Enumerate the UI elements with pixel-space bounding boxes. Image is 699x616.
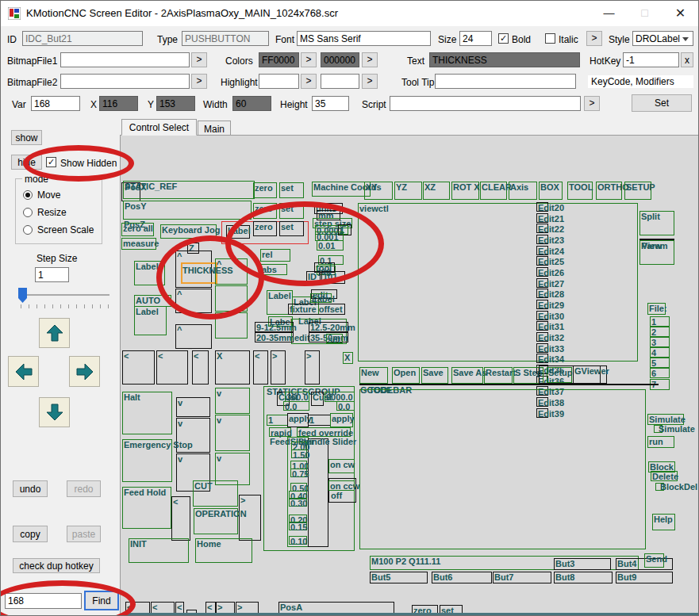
canvas-control-set[interactable]: set: [279, 221, 304, 236]
color2-field[interactable]: [321, 52, 359, 67]
canvas-control-help[interactable]: Help: [652, 514, 675, 530]
canvas-control-split[interactable]: Split: [639, 211, 674, 235]
canvas-control-axis[interactable]: Axis: [509, 182, 537, 200]
canvas-control-label[interactable]: Label: [310, 293, 332, 303]
id-field[interactable]: [22, 31, 143, 46]
canvas-control-1-50[interactable]: 1.50: [291, 450, 307, 458]
canvas-control-on-cw[interactable]: on cw: [328, 459, 355, 473]
step-size-field[interactable]: [35, 267, 69, 282]
canvas-control[interactable]: [308, 438, 328, 547]
script-field[interactable]: [390, 96, 581, 111]
canvas-control-edit24[interactable]: Edit24: [536, 246, 548, 255]
canvas-control-set[interactable]: set: [279, 182, 304, 198]
highlight2-pick-button[interactable]: >: [362, 74, 378, 89]
canvas-control-label[interactable]: Label: [134, 306, 167, 335]
canvas-control-but6[interactable]: But6: [432, 572, 492, 583]
canvas-control-but7[interactable]: But7: [493, 572, 551, 583]
canvas-control-edit33[interactable]: Edit33: [536, 343, 548, 353]
canvas-control-tool[interactable]: TOOL: [567, 182, 593, 200]
canvas-control-0-10[interactable]: 0.10: [289, 536, 307, 545]
check-dup-hotkey-button[interactable]: check dup hotkey: [13, 558, 100, 573]
canvas-control-zero[interactable]: zero: [253, 203, 277, 219]
canvas-control[interactable]: >: [271, 350, 286, 385]
canvas-control-cut[interactable]: CUT: [193, 480, 238, 507]
redo-button[interactable]: redo: [67, 480, 101, 497]
canvas-control-machine-coords[interactable]: Machine Coords: [312, 182, 371, 197]
script-browse-button[interactable]: >: [584, 96, 600, 111]
highlight1-pick-button[interactable]: >: [301, 74, 317, 89]
canvas-control-file[interactable]: File:: [647, 303, 666, 315]
canvas-control-set[interactable]: set: [326, 334, 343, 343]
nudge-up-button[interactable]: [39, 318, 70, 348]
canvas-control[interactable]: ^: [215, 312, 248, 339]
canvas-control[interactable]: [215, 285, 248, 312]
canvas-control-apply[interactable]: apply: [287, 413, 309, 427]
canvas-control[interactable]: <: [156, 350, 188, 385]
undo-button[interactable]: undo: [13, 480, 48, 497]
canvas-control-x[interactable]: X: [343, 352, 353, 364]
canvas-control-1[interactable]: 1: [267, 415, 288, 426]
italic-checkbox[interactable]: [545, 33, 555, 44]
canvas-control-edit25[interactable]: Edit25: [536, 256, 548, 266]
step-size-slider-track[interactable]: [18, 294, 109, 296]
canvas-control-feed-hold[interactable]: Feed Hold: [122, 487, 171, 529]
canvas-control-save[interactable]: Save: [421, 367, 448, 384]
canvas-control-1[interactable]: 1: [308, 415, 331, 426]
canvas-control-on-ccw[interactable]: on ccw: [328, 480, 355, 491]
canvas-control-zero[interactable]: zero: [253, 182, 277, 198]
canvas-control-viewctl[interactable]: viewctl: [358, 203, 638, 362]
canvas-control-0-30[interactable]: 0.30: [289, 498, 307, 507]
canvas-control-edit23[interactable]: Edit23: [536, 235, 548, 244]
paste-button[interactable]: paste: [67, 526, 101, 542]
mode-radio-move[interactable]: [23, 190, 33, 200]
canvas-control[interactable]: >: [305, 350, 320, 385]
canvas-control-blockdel[interactable]: BlockDel: [659, 482, 698, 492]
canvas-control-6[interactable]: 6: [650, 368, 670, 378]
canvas-control-label[interactable]: Label: [226, 225, 250, 239]
canvas-control-init[interactable]: INIT: [129, 538, 189, 563]
canvas-control-2[interactable]: 2: [650, 327, 670, 337]
bitmapfile2-browse-button[interactable]: >: [191, 74, 207, 89]
canvas-control-save-as[interactable]: Save As: [451, 367, 483, 384]
canvas-control[interactable]: [121, 613, 698, 616]
find-field[interactable]: [5, 593, 82, 609]
text-field[interactable]: [429, 52, 580, 67]
canvas-control-abs[interactable]: abs: [260, 264, 287, 275]
canvas-control-auto[interactable]: AUTO: [134, 295, 171, 307]
canvas-control-0-75[interactable]: 0.75: [290, 469, 307, 477]
canvas-control-fixture-offset[interactable]: fixture offset: [288, 304, 345, 315]
canvas-control[interactable]: <: [122, 350, 155, 385]
font-field[interactable]: [297, 31, 431, 46]
mode-radio-screen-scale[interactable]: [23, 225, 33, 235]
canvas-control[interactable]: [359, 389, 646, 549]
set-button[interactable]: Set: [632, 94, 692, 112]
maximize-button[interactable]: □: [627, 1, 663, 25]
color1-pick-button[interactable]: >: [301, 52, 317, 67]
canvas-control-edit22[interactable]: Edit22: [536, 224, 548, 233]
canvas-control[interactable]: ^: [175, 289, 212, 313]
bold-checkbox[interactable]: ✓: [498, 33, 509, 44]
canvas-control-off[interactable]: off: [330, 491, 343, 500]
canvas-control-feed-override[interactable]: feed override: [297, 427, 351, 437]
canvas-control-v[interactable]: v: [176, 397, 210, 417]
canvas-control-home[interactable]: Home: [195, 538, 252, 563]
canvas-control-edit21[interactable]: Edit21: [536, 213, 548, 223]
canvas-control-but5[interactable]: But5: [370, 572, 428, 583]
canvas-control-xy[interactable]: XY: [364, 182, 393, 200]
canvas-control-9-12-5mm[interactable]: 9-12.5mm: [255, 322, 294, 332]
canvas-control-zero-all[interactable]: zero all: [121, 223, 154, 236]
nudge-left-button[interactable]: [8, 356, 39, 387]
canvas-control-emergency-stop[interactable]: Emergency Stop: [122, 439, 172, 482]
canvas-control-v[interactable]: v: [215, 415, 250, 451]
canvas-control-edit26[interactable]: Edit26: [536, 267, 548, 277]
find-button[interactable]: Find: [84, 591, 119, 610]
mode-radio-resize[interactable]: [23, 208, 33, 217]
canvas-control[interactable]: ^: [175, 324, 212, 349]
canvas-control-yz[interactable]: YZ: [394, 182, 422, 200]
canvas-control-new[interactable]: New: [359, 367, 388, 384]
style-combo[interactable]: DROLabel: [632, 31, 693, 46]
canvas-control-measure[interactable]: measure: [121, 238, 156, 250]
minimize-button[interactable]: —: [591, 1, 627, 25]
canvas-control-edit32[interactable]: Edit32: [536, 332, 548, 342]
hotkey-clear-button[interactable]: x: [681, 52, 693, 67]
